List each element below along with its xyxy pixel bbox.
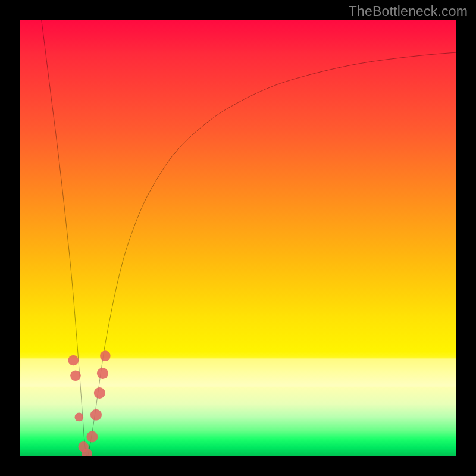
curve-marker xyxy=(70,370,81,381)
watermark-text: TheBottleneck.com xyxy=(349,4,468,20)
curve-marker xyxy=(100,350,111,361)
curve-marker xyxy=(90,409,102,421)
curve-marker xyxy=(86,431,98,442)
chart-svg xyxy=(20,20,456,456)
curve-marker xyxy=(94,387,105,399)
curve-marker xyxy=(97,368,108,379)
curve-markers xyxy=(68,350,110,456)
curve-marker xyxy=(74,413,83,422)
curve-marker xyxy=(68,355,79,366)
chart-frame: TheBottleneck.com xyxy=(0,0,476,476)
plot-area xyxy=(20,20,456,456)
